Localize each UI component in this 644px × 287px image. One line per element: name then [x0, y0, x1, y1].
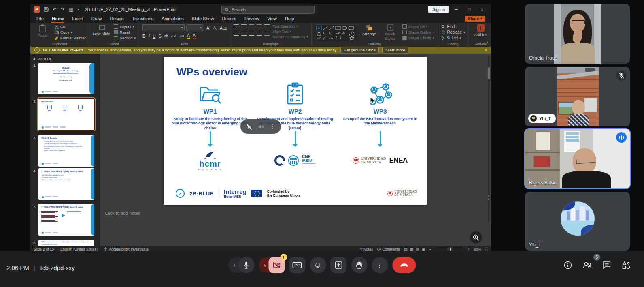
tab-review[interactable]: Review — [244, 15, 259, 22]
new-slide-button[interactable]: New Slide — [93, 24, 111, 36]
numbering-icon[interactable] — [241, 24, 247, 29]
tab-design[interactable]: Design — [109, 15, 124, 22]
maximize-button[interactable]: □ — [463, 7, 475, 12]
cut-button[interactable]: Cut — [55, 24, 86, 29]
search-input[interactable]: Search — [221, 6, 315, 14]
quick-styles-button[interactable]: Quick Styles — [381, 24, 399, 41]
character-spacing-button[interactable]: AV — [171, 34, 177, 38]
meet-presentation-overlay-pill[interactable]: ⋮ — [240, 119, 281, 134]
tab-file[interactable]: File — [36, 15, 44, 22]
normal-view-icon[interactable]: ▤ — [404, 247, 408, 251]
next-slide-icon[interactable]: ∨ — [487, 198, 491, 201]
clear-formatting-button[interactable]: A⌫ — [220, 26, 227, 30]
current-slide[interactable]: WPs overview WP1 Study to facilitate the… — [164, 57, 427, 205]
chat-panel-button[interactable] — [602, 260, 612, 270]
reading-view-icon[interactable]: ▥ — [416, 247, 419, 251]
tab-home[interactable]: Home — [51, 15, 65, 22]
slide-thumbnail-3[interactable]: 3 2B-BLUE Agenda 1. JOINT ACTION REPORT … — [30, 135, 100, 167]
convert-smartart-button[interactable]: Convert to SmartArt▾ — [273, 35, 308, 39]
slideshow-view-icon[interactable]: ▣ — [422, 247, 425, 251]
align-right-icon[interactable] — [249, 32, 254, 36]
shape-effects-button[interactable]: Shape Effects▾ — [402, 36, 435, 40]
layout-button[interactable]: Layout▾ — [114, 24, 136, 29]
shape-fill-button[interactable]: Shape Fill▾ — [402, 24, 435, 29]
reactions-button[interactable]: ☺ — [310, 257, 326, 273]
tab-help[interactable]: Help — [285, 15, 295, 22]
previous-next-slide-buttons[interactable]: ∧ ∨ — [487, 195, 491, 201]
more-options-button[interactable]: ⋮ — [372, 257, 388, 273]
addins-button[interactable]: Add-ins — [472, 24, 490, 37]
zoom-slider-thumb[interactable] — [450, 248, 451, 251]
change-case-button[interactable]: Aa — [180, 34, 184, 38]
slide-thumbnail-5[interactable]: 5 1. JOIN ACTION REPORT (JAR) Period 2 s… — [30, 204, 100, 236]
line-spacing-icon[interactable] — [264, 24, 270, 29]
paste-button[interactable]: Paste — [34, 24, 51, 38]
zoom-in-button[interactable]: + — [468, 247, 470, 251]
activities-button[interactable] — [621, 260, 631, 270]
slide-thumbnail-4[interactable]: 4 1. JOIN ACTION REPORT (JAR) Period 2 s… — [30, 168, 100, 200]
comments-toggle[interactable]: Comments — [377, 247, 400, 251]
font-size-combobox[interactable]: ▾ — [186, 24, 203, 31]
overlay-more-options-icon[interactable]: ⋮ — [270, 123, 275, 130]
strikethrough-button[interactable]: S — [159, 34, 162, 39]
slide-thumbnail-2-selected[interactable]: 2 WPs overview WP1WP2WP3 — [30, 99, 100, 130]
raise-hand-button[interactable] — [351, 257, 367, 273]
camera-off-button[interactable]: ! — [268, 257, 285, 273]
section-button[interactable]: Section▾ — [114, 36, 136, 40]
tab-draw[interactable]: Draw — [91, 15, 102, 22]
participant-tile-rigers-speaking[interactable]: Rigers Bakiu — [525, 129, 630, 188]
scrollbar-thumb[interactable] — [488, 67, 490, 79]
zoom-level[interactable]: 80% — [474, 247, 481, 251]
double-strikethrough-button[interactable]: ab — [164, 34, 168, 38]
font-color-button[interactable]: A — [193, 33, 196, 39]
slide-counter[interactable]: Slide 2 of 15 — [34, 247, 54, 251]
grow-font-button[interactable]: A^ — [206, 26, 210, 30]
participant-tile-ylli-avatar[interactable]: Ylli_T — [525, 192, 630, 251]
get-genuine-office-button[interactable]: Get genuine Office — [340, 47, 379, 53]
replace-button[interactable]: Replace▾ — [441, 30, 465, 34]
select-button[interactable]: Select▾ — [441, 36, 465, 40]
columns-icon[interactable] — [264, 32, 270, 36]
pointer-off-icon[interactable] — [246, 124, 252, 130]
align-text-button[interactable]: Align Text▾ — [273, 30, 308, 34]
font-name-combobox[interactable]: ▾ — [142, 24, 185, 31]
sign-in-button[interactable]: Sign in — [428, 6, 449, 13]
highlight-color-button[interactable]: A — [187, 33, 190, 39]
tab-animations[interactable]: Animations — [161, 15, 184, 22]
find-button[interactable]: Find — [441, 24, 465, 29]
section-collapse-icon[interactable] — [33, 58, 36, 61]
section-header[interactable]: 2BBLUE — [34, 57, 52, 61]
slide-editing-canvas[interactable]: WPs overview WP1 Study to facilitate the… — [100, 54, 491, 246]
bold-button[interactable]: B — [142, 34, 146, 39]
justify-icon[interactable] — [257, 32, 262, 36]
minimize-button[interactable]: ─ — [451, 7, 462, 12]
slide-thumbnail-6[interactable]: 6 WP1 Study to facilitate the strengthen… — [30, 240, 100, 246]
align-center-icon[interactable] — [241, 32, 247, 36]
format-painter-button[interactable]: Format Painter — [55, 36, 86, 40]
audio-off-icon[interactable] — [258, 124, 264, 130]
zoom-out-button[interactable]: − — [429, 247, 431, 251]
meet-zoom-button[interactable] — [470, 231, 482, 244]
present-screen-button[interactable] — [330, 257, 346, 273]
arrange-button[interactable]: Arrange — [360, 24, 378, 36]
bullets-icon[interactable] — [234, 24, 239, 29]
share-button[interactable]: Share ▾ — [465, 16, 485, 22]
tab-record[interactable]: Record — [222, 15, 237, 22]
redo-icon[interactable]: ↷ — [61, 7, 65, 12]
participant-tile-ornela[interactable]: Ornela Troqe — [525, 4, 630, 64]
tab-transitions[interactable]: Transitions — [132, 15, 154, 22]
notes-toggle[interactable]: ≡Notes — [360, 247, 373, 251]
slide-thumbnail-panel[interactable]: 2BBLUE 1 2B-BLUE Boosting the Blue Biote… — [30, 54, 100, 246]
notes-placeholder[interactable]: Click to add notes — [105, 211, 140, 216]
customize-qat-icon[interactable]: ▦ — [69, 7, 73, 12]
copy-button[interactable]: Copy▾ — [55, 30, 86, 34]
undo-icon[interactable]: ↶ — [53, 7, 57, 12]
meeting-details-button[interactable] — [563, 260, 573, 270]
save-icon[interactable] — [44, 7, 49, 12]
collapse-ribbon-icon[interactable]: ∨ — [486, 40, 489, 44]
decrease-indent-icon[interactable] — [249, 24, 254, 29]
tab-view[interactable]: View — [267, 15, 277, 22]
reset-button[interactable]: Reset — [114, 30, 136, 34]
text-direction-button[interactable]: Text Direction▾ — [273, 24, 308, 28]
fit-slide-to-window-icon[interactable]: ⛶ — [485, 247, 488, 251]
